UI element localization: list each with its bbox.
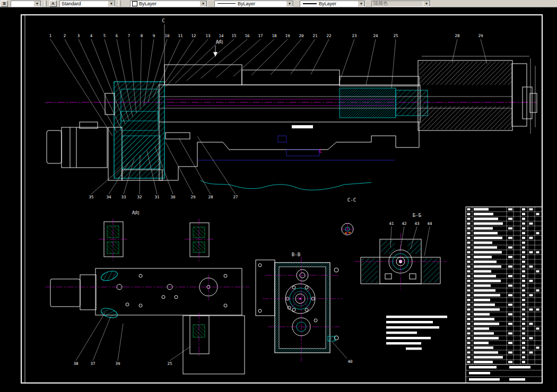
chevron-down-icon[interactable]: ▼: [108, 1, 115, 7]
callout: 5: [103, 33, 106, 38]
lineweight-sample: [303, 3, 317, 4]
callout: 38: [73, 361, 79, 366]
text-style-combo[interactable]: Standard ▼: [59, 1, 116, 7]
callout: 39: [115, 361, 120, 366]
callout: 37: [90, 361, 95, 366]
linetype-sample: [217, 3, 236, 4]
callout: 15: [231, 33, 236, 38]
callout: 18: [272, 33, 277, 38]
section-bb-right-view: [354, 227, 447, 290]
callout: 14: [219, 33, 224, 38]
callout: 16: [245, 33, 250, 38]
callout: 25: [167, 361, 172, 366]
linetype-combo[interactable]: ByLayer ▼: [214, 1, 294, 7]
callout: 41: [389, 221, 394, 226]
callout: 12: [191, 33, 196, 38]
lineweight-combo[interactable]: ByLayer ▼: [300, 1, 365, 7]
callout-labels-bb: 41 42 43 44: [389, 221, 432, 226]
callout: 25: [393, 33, 398, 38]
section-label-bb-mid: B-B: [292, 252, 300, 257]
callout: 8: [141, 33, 143, 38]
callout: 35: [89, 195, 93, 199]
callout: 28: [208, 195, 213, 199]
text-style-icon[interactable]: A: [49, 1, 57, 7]
callout: 2: [64, 33, 66, 38]
chevron-down-icon[interactable]: ▼: [199, 1, 207, 7]
bom-table: [466, 207, 542, 383]
callout: 4: [90, 33, 93, 38]
callout: 11: [178, 33, 182, 38]
callout: 10: [164, 33, 170, 38]
callout: 42: [402, 221, 406, 226]
callout: 44: [427, 221, 432, 226]
callout: 13: [205, 33, 210, 38]
callout: 21: [312, 33, 317, 38]
plotstyle-value: 随颜色: [373, 1, 388, 7]
callout: 40: [347, 359, 353, 364]
callout: 30: [170, 195, 176, 199]
callout: 17: [258, 33, 263, 38]
callout: 27: [233, 195, 238, 199]
datum-label-e: E: [319, 149, 321, 154]
callout-labels-top: 1 2 3 4 5 6 7 8 9 10 11 12 13 14 15 16 1…: [49, 33, 483, 38]
callout: 28: [455, 33, 460, 38]
view-a-plan: [45, 219, 249, 374]
text-style-value: Standard: [62, 1, 81, 6]
chevron-down-icon[interactable]: ▼: [33, 1, 41, 7]
section-labels: C A向 A向 C-C B-B Б-Б E: [132, 18, 421, 257]
plotstyle-combo: 随颜色 ▼: [371, 1, 431, 7]
callout: 33: [121, 195, 126, 199]
callout: 9: [153, 33, 155, 38]
view-a-label: A向: [132, 210, 140, 215]
callout: 32: [137, 195, 142, 199]
layer-combo[interactable]: ▼: [11, 1, 41, 7]
callout: 1: [49, 33, 52, 38]
view-a-arrow-label: A向: [216, 39, 223, 45]
color-combo[interactable]: ByLayer ▼: [130, 1, 207, 7]
callout: 29: [190, 195, 195, 199]
detail-cc: [341, 223, 354, 236]
callout: 7: [128, 33, 130, 38]
toolbar-grip[interactable]: [118, 1, 121, 6]
callout: 31: [154, 195, 159, 199]
section-bb-mid-view: [256, 257, 347, 362]
drawing-canvas[interactable]: 1 2 3 4 5 6 7 8 9 10 11 12 13 14 15 16 1…: [0, 7, 557, 392]
callout: 22: [326, 33, 331, 38]
callout: 24: [373, 33, 378, 38]
callout-labels-view-a: 38 37 39 25: [73, 361, 172, 366]
callout: 29: [478, 33, 483, 38]
callout: 43: [414, 221, 419, 226]
color-value: ByLayer: [139, 1, 156, 6]
notes-block: [386, 316, 447, 350]
callout: 34: [106, 195, 111, 199]
toolbar-grip[interactable]: [44, 1, 47, 6]
callout: 6: [116, 33, 118, 38]
properties-toolbar: ≣ ▼ A Standard ▼ ByLayer ▼ ByLayer ▼ ByL…: [0, 0, 557, 7]
callout-labels-bottom: 35 34 33 32 31 30 29 28 27: [89, 195, 238, 199]
callout: 23: [352, 33, 356, 38]
callout: 3: [77, 33, 80, 38]
color-swatch: [132, 1, 137, 6]
layers-icon[interactable]: ≣: [1, 1, 8, 7]
chevron-down-icon: ▼: [423, 1, 430, 7]
callout: 20: [299, 33, 304, 38]
section-label-bb-right: Б-Б: [413, 213, 421, 218]
section-label-c: C: [162, 18, 164, 23]
chevron-down-icon[interactable]: ▼: [286, 1, 293, 7]
lineweight-value: ByLayer: [319, 1, 336, 6]
chevron-down-icon[interactable]: ▼: [358, 1, 365, 7]
callout: 19: [285, 33, 290, 38]
linetype-value: ByLayer: [238, 1, 255, 6]
section-label-cc: C-C: [347, 197, 356, 203]
